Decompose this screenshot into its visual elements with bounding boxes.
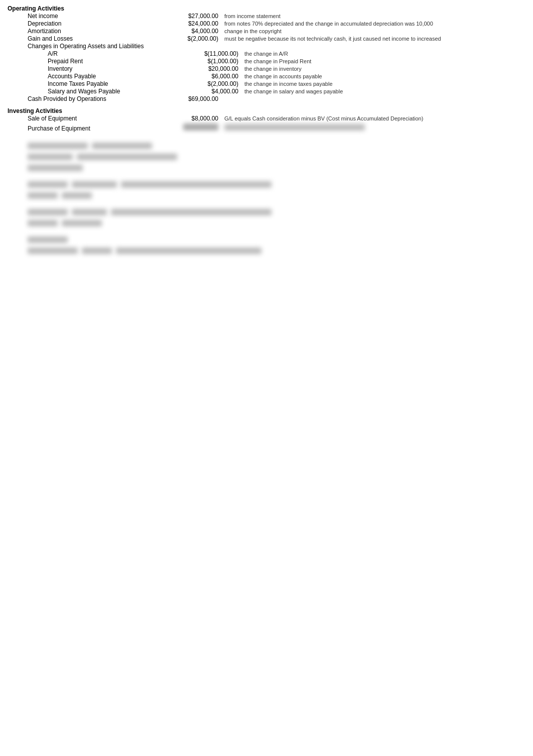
salary-wages-payable-row: Salary and Wages Payable $4,000.00 the c… <box>8 88 525 95</box>
accounts-payable-row: Accounts Payable $6,000.00 the change in… <box>8 73 525 80</box>
accounts-payable-amount: $6,000.00 <box>188 73 238 80</box>
cash-provided-operations-label: Cash Provided by Operations <box>28 95 168 102</box>
ar-row: A/R $(11,000.00) the change in A/R <box>8 50 525 57</box>
ar-amount: $(11,000.00) <box>188 50 238 57</box>
cash-provided-operations-row: Cash Provided by Operations $69,000.00 <box>8 95 525 102</box>
gain-losses-label: Gain and Losses <box>28 35 168 42</box>
income-taxes-payable-label: Income Taxes Payable <box>48 80 188 87</box>
operating-activities-header: Operating Activities <box>8 5 525 12</box>
blurred-section-2 <box>8 180 525 200</box>
net-income-note: from income statement <box>224 13 281 19</box>
depreciation-note: from notes 70% depreciated and the chang… <box>224 21 433 27</box>
salary-wages-payable-note: the change in salary and wages payable <box>244 88 343 94</box>
income-taxes-payable-note: the change in income taxes payable <box>244 81 333 87</box>
amortization-amount: $4,000.00 <box>168 28 218 35</box>
gain-losses-amount: $(2,000.00) <box>168 35 218 42</box>
prepaid-rent-row: Prepaid Rent $(1,000.00) the change in P… <box>8 58 525 65</box>
inventory-row: Inventory $20,000.00 the change in inven… <box>8 65 525 72</box>
ar-label: A/R <box>48 50 188 57</box>
amortization-row: Amortization $4,000.00 change in the cop… <box>8 28 525 35</box>
cash-provided-operations-amount: $69,000.00 <box>168 95 218 102</box>
net-income-row: Net income $27,000.00 from income statem… <box>8 13 525 20</box>
prepaid-rent-amount: $(1,000.00) <box>188 58 238 65</box>
blurred-section-4 <box>8 235 525 256</box>
depreciation-amount: $24,000.00 <box>168 20 218 27</box>
salary-wages-payable-amount: $4,000.00 <box>188 88 238 95</box>
amortization-label: Amortization <box>28 28 168 35</box>
net-income-amount: $27,000.00 <box>168 13 218 20</box>
changes-label: Changes in Operating Assets and Liabilit… <box>28 43 144 50</box>
blurred-section-1 <box>8 141 525 173</box>
salary-wages-payable-label: Salary and Wages Payable <box>48 88 188 95</box>
depreciation-row: Depreciation $24,000.00 from notes 70% d… <box>8 20 525 27</box>
income-taxes-payable-amount: $(2,000.00) <box>188 80 238 87</box>
accounts-payable-note: the change in accounts payable <box>244 73 322 79</box>
investing-activities-section: Investing Activities Sale of Equipment $… <box>8 107 525 256</box>
sale-of-equipment-row: Sale of Equipment $8,000.00 G/L equals C… <box>8 115 525 122</box>
income-taxes-payable-row: Income Taxes Payable $(2,000.00) the cha… <box>8 80 525 87</box>
sale-of-equipment-amount: $8,000.00 <box>168 115 218 122</box>
prepaid-rent-label: Prepaid Rent <box>48 58 188 65</box>
inventory-amount: $20,000.00 <box>188 65 238 72</box>
purchase-of-equipment-amount <box>168 123 218 132</box>
depreciation-label: Depreciation <box>28 20 168 27</box>
operating-activities-section: Operating Activities Net income $27,000.… <box>8 5 525 102</box>
investing-activities-header: Investing Activities <box>8 107 525 114</box>
gain-losses-note: must be negative because its not technic… <box>224 36 441 42</box>
purchase-of-equipment-label: Purchase of Equipment <box>28 125 168 132</box>
inventory-note: the change in inventory <box>244 66 302 72</box>
net-income-label: Net income <box>28 13 168 20</box>
blurred-section-3 <box>8 207 525 228</box>
ar-note: the change in A/R <box>244 51 288 57</box>
sale-of-equipment-note: G/L equals Cash consideration minus BV (… <box>224 115 423 121</box>
amortization-note: change in the copyright <box>224 28 282 34</box>
sale-of-equipment-label: Sale of Equipment <box>28 115 168 122</box>
purchase-of-equipment-row: Purchase of Equipment <box>8 122 525 132</box>
inventory-label: Inventory <box>48 65 188 72</box>
accounts-payable-label: Accounts Payable <box>48 73 188 80</box>
gain-losses-row: Gain and Losses $(2,000.00) must be nega… <box>8 35 525 42</box>
prepaid-rent-note: the change in Prepaid Rent <box>244 58 311 64</box>
changes-header: Changes in Operating Assets and Liabilit… <box>8 43 525 50</box>
purchase-of-equipment-note-blurred <box>224 124 365 131</box>
